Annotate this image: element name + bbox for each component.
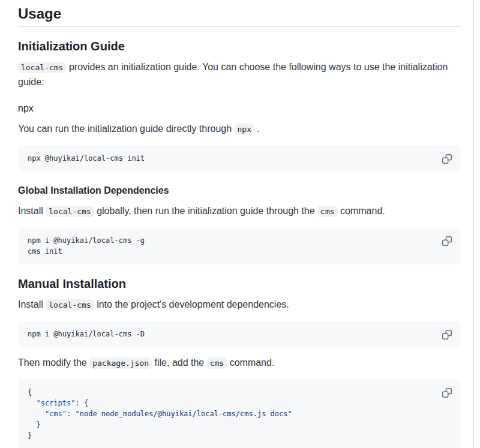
code-block-npx-init: npx @huyikai/local-cms init [18,145,461,172]
copy-button[interactable] [439,233,455,249]
paragraph-text: Install [18,299,46,309]
copy-icon [442,236,452,246]
paragraph-text: You can run the initialization guide dir… [18,124,235,134]
heading-initialization-guide: Initialization Guide [18,39,461,54]
code-line: "cms": "node node_modules/@huyikai/local… [28,408,451,419]
code-line: } [28,419,451,430]
copy-icon [442,387,452,398]
paragraph-text: command. [338,206,385,216]
code-text: npm i @huyikai/local-cms -D [28,329,451,339]
json-token: : [67,410,75,418]
paragraph-text: command. [227,357,274,368]
readme-article: Usage Initialization Guide local-cms pro… [0,0,480,448]
json-token: } [28,431,32,440]
code-line: { [28,387,451,398]
inline-code-package-json: package.json [89,357,152,369]
code-block-global-install: npm i @huyikai/local-cms -g cms init [18,227,461,264]
paragraph-text: globally, then run the initialization gu… [94,206,317,216]
heading-npx: npx [18,101,461,116]
heading-manual-installation: Manual Installation [18,276,461,291]
inline-code-local-cms: local-cms [18,62,66,73]
json-token [28,399,36,407]
json-token: } [28,420,41,429]
heading-global-installation-dependencies: Global Installation Dependencies [18,184,461,198]
paragraph-init-intro: local-cms provides an initialization gui… [18,60,461,89]
json-token: { [28,388,32,396]
inline-code-local-cms: local-cms [46,299,94,311]
paragraph-npx-desc: You can run the initialization guide dir… [18,122,461,137]
copy-button[interactable] [439,326,455,343]
json-token: { [84,399,88,407]
copy-icon [442,154,452,164]
json-token: : [75,399,83,407]
code-block-package-json: { "scripts": { "cms": "node node_modules… [18,379,461,448]
paragraph-text: into the project's development dependenc… [94,299,289,309]
copy-icon [442,329,452,340]
inline-code-cms: cms [317,206,337,217]
paragraph-global-install-desc: Install local-cms globally, then run the… [18,204,461,219]
json-key: "scripts" [36,399,75,407]
viewport-right-border [473,0,474,448]
json-token [28,410,45,418]
paragraph-text: Install [18,206,46,216]
json-key: "cms" [45,410,67,418]
code-line: "scripts": { [28,398,451,408]
code-text: npm i @huyikai/local-cms -g cms init [28,235,451,257]
inline-code-npx: npx [235,124,254,135]
paragraph-manual-install-desc: Install local-cms into the project's dev… [18,297,461,312]
copy-button[interactable] [439,151,455,167]
page-title-usage: Usage [18,5,461,27]
paragraph-modify-package-json: Then modify the package.json file, add t… [18,356,461,371]
code-line: } [28,430,451,441]
paragraph-text: file, add the [152,357,207,368]
inline-code-cms: cms [207,357,227,369]
copy-button[interactable] [439,384,455,401]
paragraph-text: Then modify the [18,357,89,368]
inline-code-local-cms: local-cms [46,206,94,217]
paragraph-text: provides an initialization guide. You ca… [18,62,448,87]
code-text: npx @huyikai/local-cms init [28,153,451,164]
json-string-value: "node node_modules/@huyikai/local-cms/cm… [75,410,292,418]
paragraph-text: . [254,124,260,134]
code-block-manual-install: npm i @huyikai/local-cms -D [18,321,461,347]
